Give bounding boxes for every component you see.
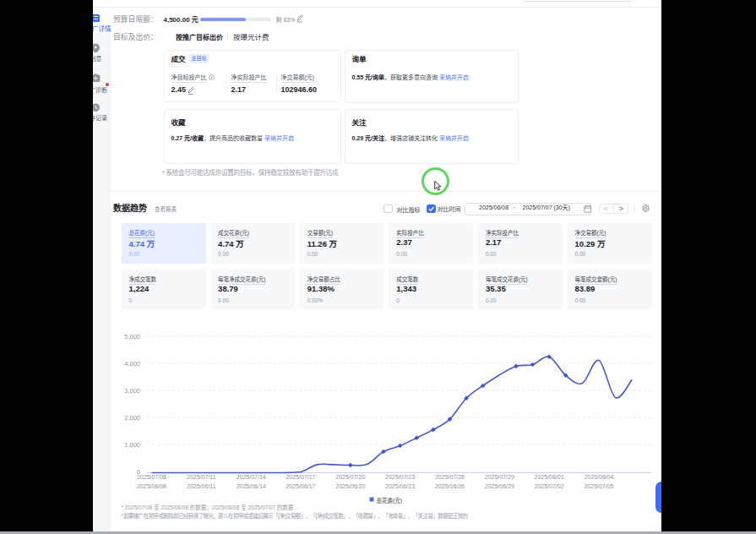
svg-text:2025/06/14: 2025/06/14 <box>237 483 266 489</box>
svg-text:2025/07/05: 2025/07/05 <box>584 483 613 489</box>
svg-text:2025/07/11: 2025/07/11 <box>187 474 216 480</box>
svg-text:5,000: 5,000 <box>124 333 140 341</box>
svg-text:2025/07/14: 2025/07/14 <box>237 474 266 480</box>
svg-text:2025/06/11: 2025/06/11 <box>187 483 216 489</box>
svg-text:2025/06/17: 2025/06/17 <box>286 483 315 489</box>
svg-text:1,000: 1,000 <box>124 441 140 449</box>
svg-text:2025/06/29: 2025/06/29 <box>485 483 514 489</box>
svg-text:2025/07/17: 2025/07/17 <box>286 474 315 480</box>
svg-text:2025/07/26: 2025/07/26 <box>435 474 465 480</box>
svg-text:4,000: 4,000 <box>124 360 140 368</box>
svg-text:2025/07/29: 2025/07/29 <box>485 474 514 480</box>
svg-text:2025/07/08: 2025/07/08 <box>137 474 166 480</box>
svg-text:2025/06/20: 2025/06/20 <box>335 483 365 489</box>
svg-text:2025/07/23: 2025/07/23 <box>385 474 415 480</box>
svg-text:2025/06/08: 2025/06/08 <box>137 483 166 489</box>
svg-text:2,000: 2,000 <box>124 414 140 422</box>
svg-text:总花费(元): 总花费(元) <box>377 497 402 504</box>
svg-text:2025/06/26: 2025/06/26 <box>435 483 465 489</box>
svg-text:3,000: 3,000 <box>124 387 140 395</box>
svg-text:2025/06/23: 2025/06/23 <box>385 483 415 489</box>
svg-text:2025/08/04: 2025/08/04 <box>584 474 613 480</box>
svg-text:2025/07/20: 2025/07/20 <box>335 474 365 480</box>
svg-text:2025/08/01: 2025/08/01 <box>535 474 564 480</box>
svg-text:2025/07/02: 2025/07/02 <box>535 483 564 489</box>
